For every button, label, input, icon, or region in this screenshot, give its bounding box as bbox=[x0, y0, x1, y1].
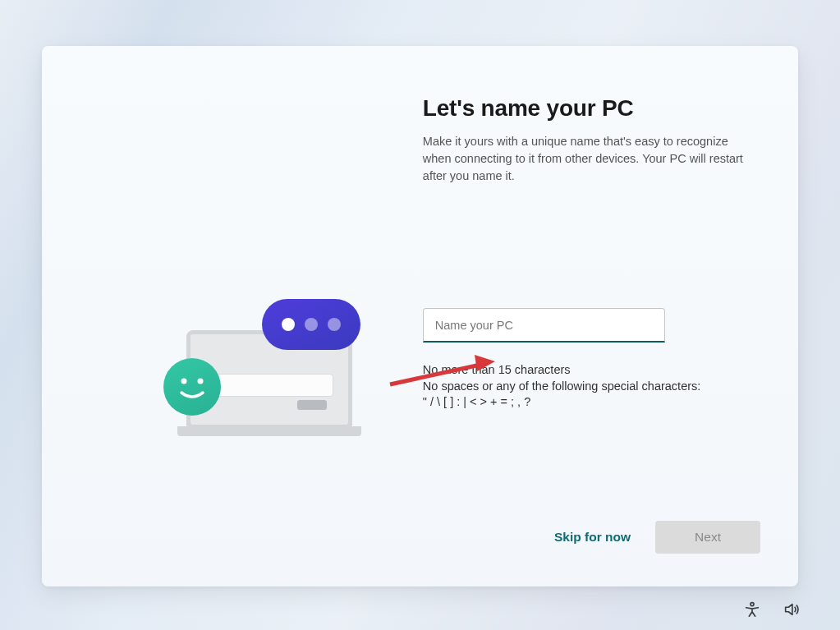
dot-icon bbox=[328, 318, 341, 331]
hint-max-chars: No more than 15 characters bbox=[423, 362, 751, 379]
hint-no-special: No spaces or any of the following specia… bbox=[423, 379, 751, 395]
volume-icon[interactable] bbox=[783, 600, 801, 619]
page-title: Let's name your PC bbox=[423, 95, 751, 122]
pc-chat-illustration bbox=[163, 299, 402, 463]
smiley-icon bbox=[163, 358, 221, 416]
next-button[interactable]: Next bbox=[655, 521, 760, 554]
svg-point-4 bbox=[750, 603, 754, 606]
footer-buttons: Skip for now Next bbox=[549, 521, 760, 554]
skip-button[interactable]: Skip for now bbox=[549, 522, 636, 553]
input-hints: No more than 15 characters No spaces or … bbox=[423, 362, 751, 411]
page-subtitle: Make it yours with a unique name that's … bbox=[423, 133, 751, 185]
accessibility-icon[interactable] bbox=[743, 600, 761, 619]
left-column bbox=[85, 92, 393, 586]
svg-point-0 bbox=[181, 379, 187, 384]
search-bar-graphic bbox=[205, 374, 333, 397]
system-tray bbox=[743, 600, 801, 619]
right-column: Let's name your PC Make it yours with a … bbox=[423, 92, 751, 586]
pc-name-input[interactable] bbox=[423, 308, 665, 343]
content-row: Let's name your PC Make it yours with a … bbox=[42, 46, 798, 586]
dot-icon bbox=[305, 318, 318, 331]
setup-card: Let's name your PC Make it yours with a … bbox=[42, 46, 798, 586]
chat-bubble-icon bbox=[262, 299, 360, 350]
svg-point-1 bbox=[198, 379, 204, 384]
chip-graphic bbox=[297, 400, 327, 410]
dot-icon bbox=[282, 318, 295, 331]
hint-chars-list: " / \ [ ] : | < > + = ; , ? bbox=[423, 394, 751, 411]
